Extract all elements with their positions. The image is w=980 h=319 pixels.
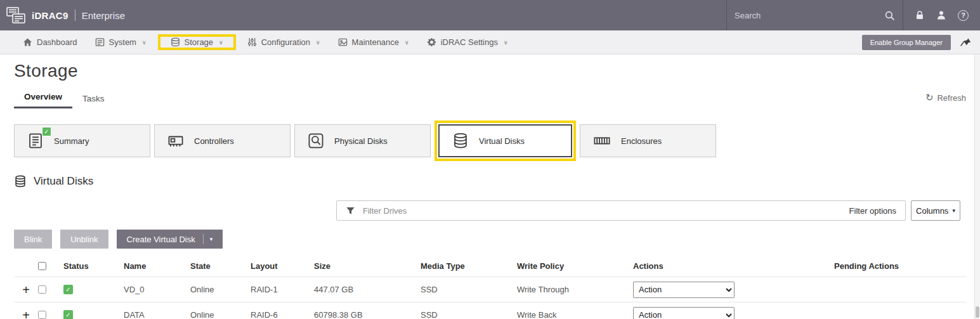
card-physical-disks[interactable]: Physical Disks [294,124,431,157]
button-divider [203,234,204,244]
cell-size: 447.07 GB [314,285,421,294]
select-all-checkbox[interactable] [38,262,46,270]
brand-area: iDRAC9 Enterprise [0,0,726,30]
idrac-logo-icon [6,7,25,24]
virtual-disks-icon [452,133,469,149]
card-label: Summary [54,136,89,146]
chevron-down-icon: ∨ [504,39,508,46]
nav-label: iDRAC Settings [441,37,498,47]
nav-right-group: Enable Group Manager [862,35,980,50]
status-ok-badge: ✓ [63,310,73,319]
brand-divider [75,10,75,21]
table-row: + ✓ VD_0 Online RAID-1 447.07 GB SSD Wri… [14,277,966,302]
filter-options-link[interactable]: Filter options [849,206,896,216]
cell-media-type: SSD [421,285,517,294]
expand-row-icon[interactable]: + [22,283,30,297]
header-state: State [190,261,251,271]
cell-size: 60798.38 GB [314,310,421,319]
enclosures-icon [593,133,611,149]
nav-item-idrac-settings[interactable]: iDRAC Settings ∨ [418,30,517,54]
card-virtual-disks[interactable]: Virtual Disks [438,124,572,157]
chevron-down-icon: ∨ [219,39,223,46]
nav-item-system[interactable]: System ∨ [86,30,155,54]
expand-row-icon[interactable]: + [22,308,30,319]
physical-disks-icon [308,133,324,149]
filter-row: Filter options Columns ▾ [14,200,966,221]
header-pending-actions: Pending Actions [834,261,966,271]
system-icon [95,37,105,47]
storage-icon [171,37,180,47]
filter-drives-input[interactable] [363,206,842,216]
columns-label: Columns [916,206,948,216]
card-label: Physical Disks [334,136,388,146]
row-checkbox[interactable] [38,311,46,319]
chevron-down-icon: ∨ [405,39,409,46]
lock-icon[interactable] [915,10,925,20]
configuration-icon [247,37,257,47]
nav-item-storage[interactable]: Storage ∨ [162,37,232,47]
status-ok-badge: ✓ [63,285,73,294]
card-summary[interactable]: ✓ Summary [14,124,150,157]
storage-nav-highlight: Storage ∨ [158,34,236,50]
main-nav: Dashboard System ∨ Storage ∨ [0,30,980,55]
create-virtual-disk-button[interactable]: Create Virtual Disk ▾ [117,230,223,249]
section-title: Virtual Disks [34,175,93,188]
controllers-icon [167,133,184,149]
nav-item-maintenance[interactable]: Maintenance ∨ [329,30,418,54]
refresh-button[interactable]: ↻ Refresh [925,92,966,103]
nav-label: Maintenance [352,37,399,47]
page-title: Storage [14,61,966,81]
card-label: Controllers [194,136,234,146]
header-media-type: Media Type [421,261,517,271]
action-dropdown[interactable]: Action [633,282,735,298]
action-dropdown[interactable]: Action [633,307,735,319]
main-content: Storage Overview Tasks ↻ Refresh ✓ Summa… [0,61,980,319]
scrollbar-thumb[interactable] [976,306,979,318]
tab-overview[interactable]: Overview [14,88,72,108]
card-controllers[interactable]: Controllers [154,124,291,157]
nav-item-configuration[interactable]: Configuration ∨ [238,30,329,54]
search-icon[interactable] [884,10,895,21]
header-actions: Actions [633,261,834,271]
user-icon[interactable] [936,10,946,20]
columns-button[interactable]: Columns ▾ [911,200,960,221]
header-search [726,0,903,30]
cell-layout: RAID-1 [251,285,314,294]
cell-name: DATA [124,310,190,319]
tab-tasks[interactable]: Tasks [72,89,115,108]
unblink-button[interactable]: Unblink [60,230,108,249]
card-label: Virtual Disks [479,136,525,146]
section-header: Virtual Disks [14,175,966,188]
blink-button[interactable]: Blink [14,230,52,249]
header-size: Size [314,261,421,271]
table-row: + ✓ DATA Online RAID-6 60798.38 GB SSD W… [14,302,966,319]
header-write-policy: Write Policy [517,261,633,271]
table-header-row: Status Name State Layout Size Media Type… [14,255,966,277]
cell-name: VD_0 [124,285,190,294]
tab-row: Overview Tasks ↻ Refresh [14,88,966,108]
pin-icon[interactable] [960,36,972,48]
help-icon[interactable]: ? [958,10,969,21]
nav-label: Dashboard [37,37,77,47]
caret-down-icon: ▾ [210,236,213,242]
maintenance-icon [338,37,348,47]
brand-edition: Enterprise [82,10,125,21]
row-checkbox[interactable] [38,285,46,294]
nav-item-dashboard[interactable]: Dashboard [14,30,86,54]
brand-name: iDRAC9 [32,10,69,21]
card-enclosures[interactable]: Enclosures [580,124,716,157]
cell-write-policy: Write Back [517,310,633,319]
header-name: Name [124,261,190,271]
cell-state: Online [190,285,251,294]
filter-funnel-icon [346,206,355,216]
enable-group-manager-button[interactable]: Enable Group Manager [862,35,951,50]
nav-label: Storage [185,37,214,47]
header-status: Status [60,261,124,271]
vd-toolbar: Blink Unblink Create Virtual Disk ▾ [14,230,966,249]
summary-ok-badge: ✓ [42,127,51,136]
chevron-down-icon: ∨ [142,39,147,46]
gear-icon [427,37,436,47]
search-input[interactable] [735,11,879,20]
vertical-scrollbar[interactable] [974,30,980,319]
virtual-disks-highlight: Virtual Disks [434,120,576,161]
